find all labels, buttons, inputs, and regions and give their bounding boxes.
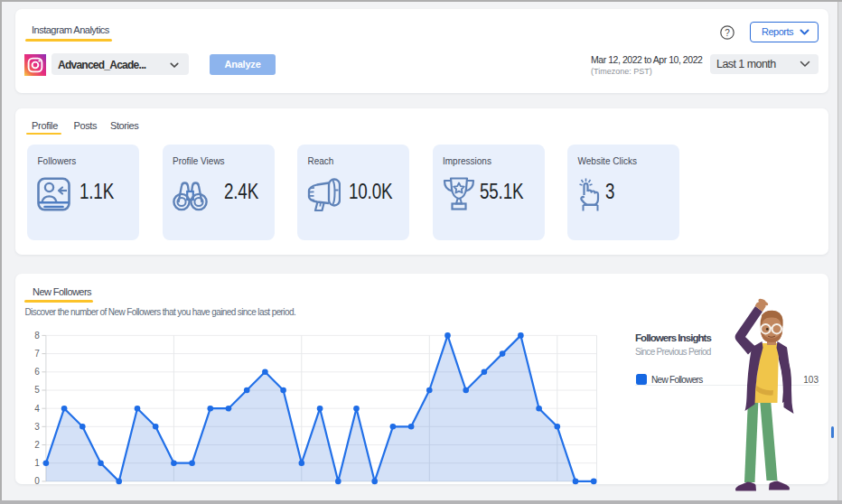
svg-text:2: 2 bbox=[34, 440, 40, 450]
svg-text:7: 7 bbox=[34, 349, 40, 359]
svg-text:1: 1 bbox=[34, 458, 40, 468]
svg-text:8: 8 bbox=[34, 331, 40, 341]
svg-text:0: 0 bbox=[34, 476, 40, 486]
svg-text:3: 3 bbox=[34, 422, 40, 432]
svg-text:5: 5 bbox=[34, 385, 40, 395]
svg-text:?: ? bbox=[725, 28, 730, 38]
svg-text:4: 4 bbox=[34, 404, 40, 414]
svg-text:6: 6 bbox=[34, 367, 40, 377]
